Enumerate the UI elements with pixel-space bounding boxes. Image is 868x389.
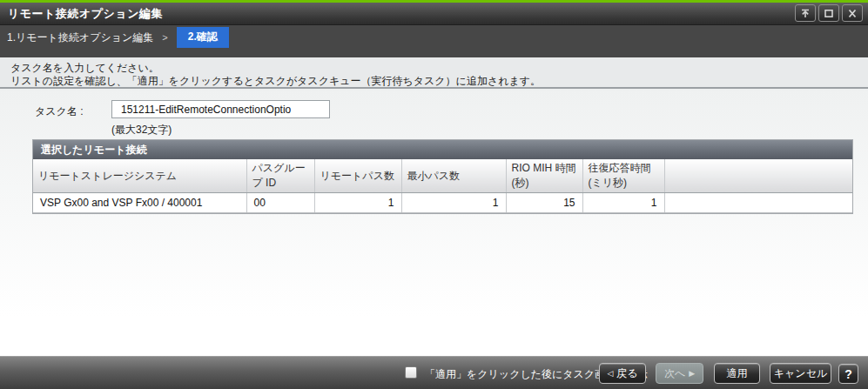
table-title: 選択したリモート接続	[33, 140, 852, 159]
collapse-to-top-button[interactable]	[795, 4, 816, 22]
cell-remote-path-count: 1	[314, 193, 401, 213]
table-row[interactable]: VSP Gx00 and VSP Fx00 / 400001 00 1 1 15…	[33, 193, 852, 213]
dialog-edit-remote-connection-options: リモート接続オプション編集 1.リモート接続オプション編集 >	[0, 0, 868, 389]
column-header-minimum-path-count: 最小パス数	[401, 159, 506, 193]
selected-remote-connections-table: 選択したリモート接続 リモートストレージシステム パスグループ ID リモートパ…	[32, 139, 853, 214]
column-header-rio-mih-time: RIO MIH 時間 (秒)	[506, 159, 582, 193]
column-header-path-group-id: パスグループ ID	[246, 159, 314, 193]
maximize-button[interactable]	[818, 4, 839, 22]
column-header-remote-path-count: リモートパス数	[314, 159, 401, 193]
wizard-step-1: 1.リモート接続オプション編集	[7, 30, 153, 45]
breadcrumb: 1.リモート接続オプション編集 > 2.確認	[7, 29, 868, 46]
table-header-row: リモートストレージシステム パスグループ ID リモートパス数 最小パス数 RI…	[33, 159, 852, 193]
next-button-label: 次へ	[664, 366, 685, 381]
instruction-line-2: リストの設定を確認し、「適用」をクリックするとタスクがタスクキュー（実行待ちタス…	[10, 75, 868, 88]
help-icon: ?	[844, 367, 852, 381]
back-button[interactable]: ◁ 戻る	[599, 363, 646, 384]
dialog-title: リモート接続オプション編集	[8, 3, 163, 24]
help-button[interactable]: ?	[838, 364, 858, 384]
next-arrow-icon: ▶	[689, 370, 695, 378]
back-button-label: 戻る	[616, 366, 637, 381]
breadcrumb-separator: >	[162, 32, 167, 43]
instruction-line-1: タスク名を入力してください。	[10, 62, 868, 75]
next-button-disabled: 次へ ▶	[656, 363, 703, 384]
task-name-input[interactable]	[111, 100, 330, 118]
collapse-to-top-icon	[800, 9, 811, 18]
close-icon	[847, 9, 858, 18]
back-arrow-icon: ◁	[607, 370, 613, 378]
cell-empty	[664, 193, 852, 213]
apply-button[interactable]: 適用	[714, 363, 760, 384]
instruction-panel: タスク名を入力してください。 リストの設定を確認し、「適用」をクリックするとタス…	[0, 57, 868, 89]
maximize-icon	[824, 9, 834, 18]
column-header-empty	[664, 159, 852, 193]
cell-path-group-id: 00	[246, 193, 314, 213]
column-header-round-trip-time: 往復応答時間 (ミリ秒)	[582, 159, 664, 193]
window-controls	[795, 4, 863, 22]
close-button[interactable]	[842, 4, 863, 22]
apply-button-label: 適用	[727, 366, 748, 381]
wizard-steps-bar: 1.リモート接続オプション編集 > 2.確認	[0, 25, 868, 57]
main-content: タスク名 : (最大32文字) 選択したリモート接続 リモートストレージシステム…	[0, 91, 868, 356]
cell-minimum-path-count: 1	[401, 193, 506, 213]
wizard-step-2-current: 2.確認	[177, 27, 229, 48]
task-name-max-length-hint: (最大32文字)	[111, 123, 172, 137]
cell-round-trip-time: 1	[582, 193, 664, 213]
cell-remote-storage-system: VSP Gx00 and VSP Fx00 / 400001	[33, 193, 246, 213]
column-header-remote-storage-system: リモートストレージシステム	[33, 159, 246, 193]
task-name-label: タスク名 :	[35, 104, 84, 119]
cancel-button[interactable]: キャンセル	[770, 363, 831, 384]
cancel-button-label: キャンセル	[774, 366, 827, 381]
dialog-titlebar: リモート接続オプション編集	[0, 3, 868, 25]
footer-action-bar: 「適用」をクリックした後にタスク画面を表示 ◁ 戻る 次へ ▶ 適用 キャンセル…	[0, 356, 868, 389]
show-task-screen-checkbox[interactable]	[405, 366, 417, 379]
cell-rio-mih-time: 15	[506, 193, 582, 213]
